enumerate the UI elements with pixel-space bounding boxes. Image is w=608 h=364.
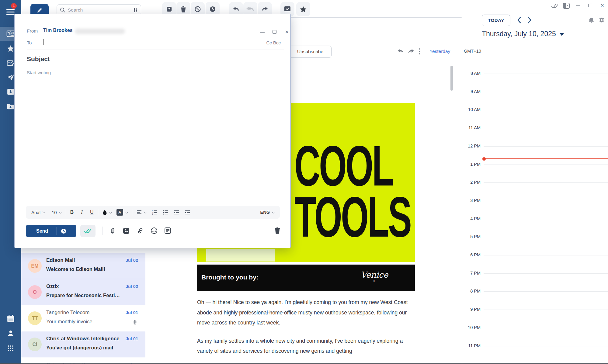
font-family-select[interactable]: Arial xyxy=(31,210,45,215)
prev-day-chevron-icon[interactable] xyxy=(517,16,521,24)
email-row[interactable]: CI Chris at Windows Intelligence Jul 01 … xyxy=(21,331,145,358)
envelope-check-icon xyxy=(284,6,291,12)
maximize-icon[interactable] xyxy=(588,4,592,7)
text-cursor xyxy=(43,39,43,45)
read-receipt-button[interactable] xyxy=(80,225,96,237)
settings-gear-icon[interactable] xyxy=(599,17,605,23)
avatar: TT xyxy=(28,311,42,325)
formatting-toolbar: Arial 10 B I U A 123 ENG xyxy=(26,206,280,219)
bullet-list-button[interactable] xyxy=(163,210,168,215)
hour-label: 11 AM xyxy=(462,125,481,130)
sidebar-item-contacts[interactable] xyxy=(0,326,21,340)
archive-down-icon xyxy=(7,88,15,95)
from-name[interactable]: Tim Brookes xyxy=(43,28,73,33)
hour-label: 10 AM xyxy=(462,107,481,112)
sponsor-label: Brought to you by: xyxy=(201,274,259,281)
body-paragraph-1: Oh — hi there! Nice to see ya again. I'm… xyxy=(197,297,410,328)
align-button[interactable] xyxy=(137,210,146,214)
star-icon xyxy=(7,45,15,52)
email-sender: Chris at Windows Intelligence xyxy=(46,336,120,342)
close-icon[interactable]: ✕ xyxy=(600,3,604,8)
window-controls: ✕ xyxy=(544,0,608,13)
forward-message-icon[interactable] xyxy=(408,48,415,55)
avatar: O xyxy=(28,285,42,299)
outdent-button[interactable] xyxy=(174,210,179,215)
subject-field[interactable]: Subject xyxy=(27,55,50,63)
email-row[interactable]: O Oztix Jul 02 Prepare for Necrosonic Fe… xyxy=(21,279,145,305)
avatar: EM xyxy=(28,259,42,273)
compose-close-icon[interactable]: ✕ xyxy=(285,30,289,34)
italic-button[interactable]: I xyxy=(81,209,83,215)
message-body: Oh — hi there! Nice to see ya again. I'm… xyxy=(197,297,410,356)
folder-plus-icon xyxy=(7,103,15,110)
scrollbar-thumb[interactable] xyxy=(450,66,453,91)
mark-all-read-icon[interactable] xyxy=(551,4,559,9)
body-placeholder[interactable]: Start writing xyxy=(27,70,51,75)
notifications-bell-icon[interactable] xyxy=(588,17,594,24)
insert-link-button[interactable] xyxy=(137,227,144,234)
calendar-date-selector[interactable]: Thursday, July 10, 2025 xyxy=(482,30,564,38)
align-left-icon xyxy=(137,210,142,214)
font-size-select[interactable]: 10 xyxy=(52,210,61,215)
bold-button[interactable]: B xyxy=(70,210,74,215)
struck-text: highly professional home office xyxy=(224,310,297,316)
minimize-icon[interactable] xyxy=(576,5,580,6)
underline-button[interactable]: U xyxy=(90,210,94,215)
compose-maximize-icon[interactable] xyxy=(273,30,276,34)
schedule-send-clock-icon[interactable] xyxy=(61,228,67,234)
discard-draft-button[interactable] xyxy=(274,227,281,234)
divider xyxy=(27,50,284,50)
banner-text-line2: TOOLS xyxy=(294,191,411,242)
toggle-panel-icon[interactable] xyxy=(563,2,570,9)
star-button[interactable] xyxy=(296,2,310,16)
chevron-down-icon xyxy=(59,210,62,213)
hour-gridline xyxy=(484,201,608,201)
bullet-list-icon xyxy=(163,210,168,215)
cc-bcc-toggle[interactable]: Cc Bcc xyxy=(266,40,281,45)
hour-gridline xyxy=(484,237,608,237)
sidebar-item-apps[interactable] xyxy=(0,341,21,355)
email-row[interactable]: EM Edison Mail Jul 02 Welcome to Edison … xyxy=(21,253,145,279)
reply-message-icon[interactable] xyxy=(397,48,404,55)
droplet-icon xyxy=(102,210,107,215)
email-row[interactable]: TT Tangerine Telecom Jul 01 Your monthly… xyxy=(21,305,145,331)
highlight-color-button[interactable]: A xyxy=(116,209,128,216)
hour-gridline xyxy=(484,128,608,128)
email-sender: Tangerine Telecom xyxy=(46,310,89,316)
indent-button[interactable] xyxy=(185,210,190,215)
text-color-button[interactable] xyxy=(102,210,112,215)
sponsor-brand-logo: Venice * xyxy=(361,270,388,284)
block-icon xyxy=(194,6,201,12)
to-input[interactable] xyxy=(43,39,207,44)
hour-gridline xyxy=(484,291,608,292)
hour-label: 8 AM xyxy=(462,71,481,76)
hour-label: 8 PM xyxy=(462,289,481,293)
hour-gridline xyxy=(484,328,608,328)
smiley-icon xyxy=(151,227,158,234)
sidebar-item-calendar[interactable] xyxy=(0,312,21,326)
more-options-icon[interactable] xyxy=(419,48,421,55)
attach-file-button[interactable] xyxy=(109,227,116,234)
insert-template-button[interactable] xyxy=(164,227,171,234)
numbered-list-button[interactable]: 123 xyxy=(152,210,157,215)
language-select[interactable]: ENG xyxy=(260,210,274,215)
search-input[interactable] xyxy=(68,7,133,13)
filter-sliders-icon[interactable] xyxy=(133,7,138,13)
compose-minimize-icon[interactable] xyxy=(260,32,265,33)
today-button[interactable]: TODAY xyxy=(482,15,510,26)
send-button[interactable]: Send xyxy=(26,225,76,237)
email-subject: Prepare for Necrosonic Festival at... xyxy=(46,293,122,298)
hour-gridline xyxy=(484,110,608,110)
from-label: From xyxy=(27,28,38,34)
insert-emoji-button[interactable] xyxy=(151,227,158,234)
hour-gridline xyxy=(484,346,608,346)
divider xyxy=(132,209,132,216)
divider xyxy=(102,227,102,235)
next-day-chevron-icon[interactable] xyxy=(527,16,532,24)
insert-image-button[interactable] xyxy=(123,227,130,234)
menu-icon[interactable] xyxy=(6,9,15,16)
hour-label: 1 PM xyxy=(462,162,481,167)
double-check-icon xyxy=(84,228,92,234)
unsubscribe-button[interactable]: Unsubscribe xyxy=(289,46,332,58)
email-row[interactable]: O Optus Just For You Jul 01 xyxy=(21,358,145,364)
